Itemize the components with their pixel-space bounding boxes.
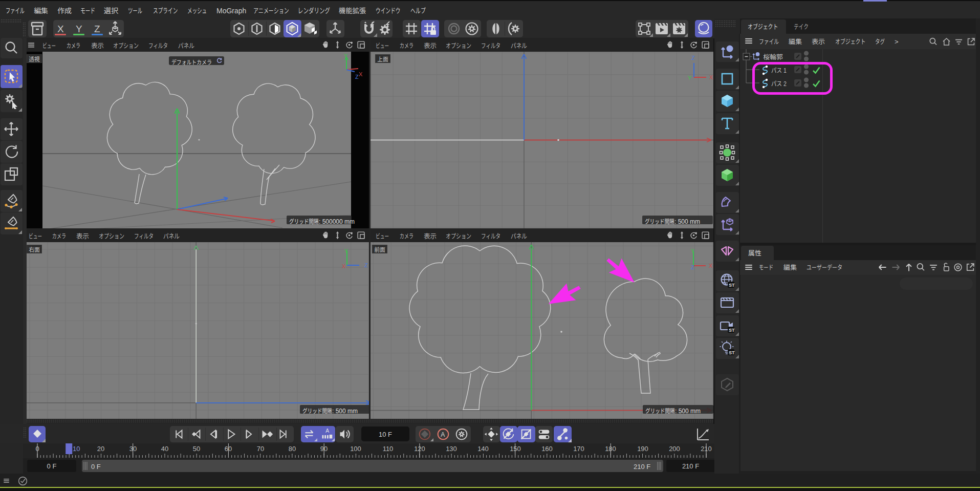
svg-text:A: A (325, 428, 329, 434)
svg-text:ST: ST (729, 283, 735, 288)
svg-text:ST: ST (729, 328, 735, 333)
svg-text:A: A (441, 431, 445, 438)
svg-text:ST: ST (729, 350, 735, 355)
